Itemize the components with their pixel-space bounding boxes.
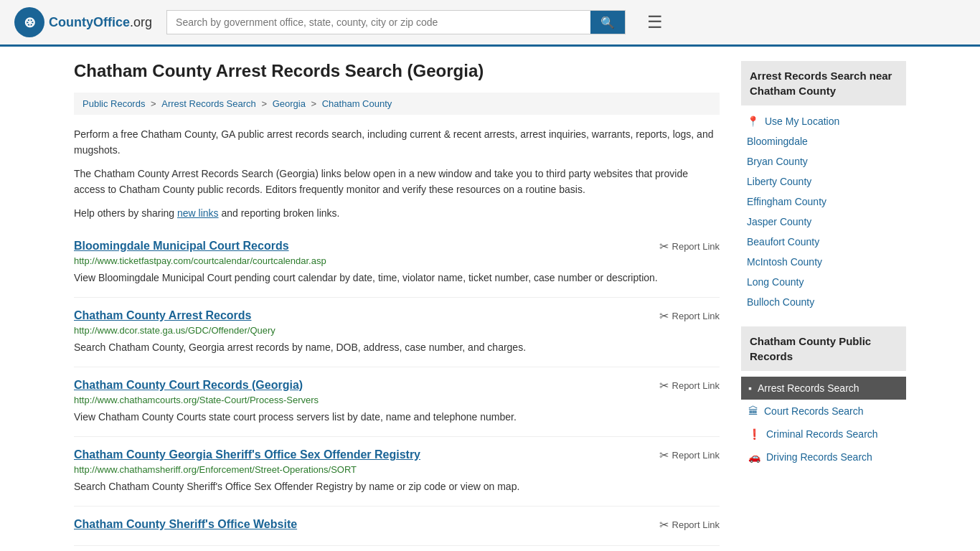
breadcrumb-chatham[interactable]: Chatham County	[322, 98, 392, 109]
result-item: Chatham County Sheriff's Office Website …	[74, 507, 720, 546]
nearby-link-bloomingdale[interactable]: Bloomingdale	[741, 131, 906, 151]
arrest-records-icon: ▪	[748, 382, 752, 394]
logo[interactable]: ⊛ CountyOffice.org	[14, 7, 152, 37]
sidebar-nav-court-records[interactable]: 🏛 Court Records Search	[741, 400, 906, 423]
result-url[interactable]: http://www.dcor.state.ga.us/GDC/Offender…	[74, 325, 720, 336]
public-records-section: Chatham County Public Records ▪ Arrest R…	[741, 326, 906, 468]
result-title[interactable]: Chatham County Sheriff's Office Website	[74, 518, 297, 531]
nearby-link-effingham-county[interactable]: Effingham County	[741, 192, 906, 212]
result-title[interactable]: Chatham County Court Records (Georgia)	[74, 379, 303, 392]
result-url[interactable]: http://www.ticketfastpay.com/courtcalend…	[74, 255, 720, 266]
nearby-link-beaufort-county[interactable]: Beaufort County	[741, 232, 906, 252]
breadcrumb: Public Records > Arrest Records Search >…	[74, 93, 720, 115]
sidebar-nav-arrest-records[interactable]: ▪ Arrest Records Search	[741, 377, 906, 400]
logo-text: CountyOffice.org	[49, 15, 152, 30]
result-desc: Search Chatham County Sheriff's Office S…	[74, 479, 720, 494]
report-icon: ✂	[659, 448, 669, 462]
result-item: Chatham County Arrest Records ✂ Report L…	[74, 298, 720, 367]
breadcrumb-georgia[interactable]: Georgia	[273, 98, 306, 109]
use-my-location-link[interactable]: 📍 Use My Location	[741, 111, 906, 131]
result-item: Chatham County Georgia Sheriff's Office …	[74, 437, 720, 507]
description-para2: The Chatham County Arrest Records Search…	[74, 166, 720, 198]
content-area: Chatham County Arrest Records Search (Ge…	[74, 61, 720, 546]
result-title[interactable]: Chatham County Arrest Records	[74, 309, 251, 322]
logo-icon: ⊛	[14, 7, 44, 37]
report-link[interactable]: ✂ Report Link	[659, 240, 720, 253]
nearby-link-bulloch-county[interactable]: Bulloch County	[741, 292, 906, 312]
nearby-link-long-county[interactable]: Long County	[741, 272, 906, 292]
report-link[interactable]: ✂ Report Link	[659, 309, 720, 323]
report-icon: ✂	[659, 518, 669, 532]
search-bar: 🔍	[166, 10, 626, 34]
result-desc: Search Chatham County, Georgia arrest re…	[74, 340, 720, 355]
report-icon: ✂	[659, 309, 669, 323]
description-para3: Help others by sharing new links and rep…	[74, 205, 720, 221]
nearby-section-title: Arrest Records Search near Chatham Count…	[741, 61, 906, 105]
driving-records-icon: 🚗	[748, 451, 760, 463]
result-desc: View Chatham County Courts state court p…	[74, 410, 720, 425]
result-url[interactable]: http://www.chathamsheriff.org/Enforcemen…	[74, 464, 720, 475]
search-input[interactable]	[167, 11, 590, 34]
main-container: Chatham County Arrest Records Search (Ge…	[60, 47, 920, 551]
sidebar-nav-driving-records[interactable]: 🚗 Driving Records Search	[741, 446, 906, 468]
page-title: Chatham County Arrest Records Search (Ge…	[74, 61, 720, 81]
report-icon: ✂	[659, 240, 669, 253]
result-title[interactable]: Bloomingdale Municipal Court Records	[74, 240, 289, 253]
breadcrumb-public-records[interactable]: Public Records	[83, 98, 145, 109]
search-button[interactable]: 🔍	[590, 11, 625, 34]
sidebar-nav-criminal-records[interactable]: ❗ Criminal Records Search	[741, 423, 906, 446]
result-desc: View Bloomingdale Municipal Court pendin…	[74, 270, 720, 286]
nearby-link-liberty-county[interactable]: Liberty County	[741, 171, 906, 192]
public-records-title: Chatham County Public Records	[741, 326, 906, 371]
results-list: Bloomingdale Municipal Court Records ✂ R…	[74, 228, 720, 546]
nearby-link-bryan-county[interactable]: Bryan County	[741, 151, 906, 171]
report-icon: ✂	[659, 379, 669, 392]
description-para1: Perform a free Chatham County, GA public…	[74, 126, 720, 159]
criminal-records-icon: ❗	[748, 428, 760, 440]
result-item: Bloomingdale Municipal Court Records ✂ R…	[74, 228, 720, 298]
sidebar: Arrest Records Search near Chatham Count…	[741, 61, 906, 546]
result-title[interactable]: Chatham County Georgia Sheriff's Office …	[74, 448, 420, 461]
report-link[interactable]: ✂ Report Link	[659, 518, 720, 532]
court-records-icon: 🏛	[748, 405, 758, 417]
breadcrumb-arrest-records[interactable]: Arrest Records Search	[161, 98, 256, 109]
report-link[interactable]: ✂ Report Link	[659, 448, 720, 462]
result-item: Chatham County Court Records (Georgia) ✂…	[74, 367, 720, 437]
new-links-link[interactable]: new links	[177, 207, 219, 219]
location-icon: 📍	[747, 116, 759, 127]
result-url[interactable]: http://www.chathamcourts.org/State-Court…	[74, 395, 720, 405]
header: ⊛ CountyOffice.org 🔍 ☰	[0, 0, 980, 47]
nearby-link-jasper-county[interactable]: Jasper County	[741, 212, 906, 232]
report-link[interactable]: ✂ Report Link	[659, 379, 720, 392]
hamburger-menu[interactable]: ☰	[647, 12, 663, 32]
nearby-link-mcintosh-county[interactable]: McIntosh County	[741, 252, 906, 272]
